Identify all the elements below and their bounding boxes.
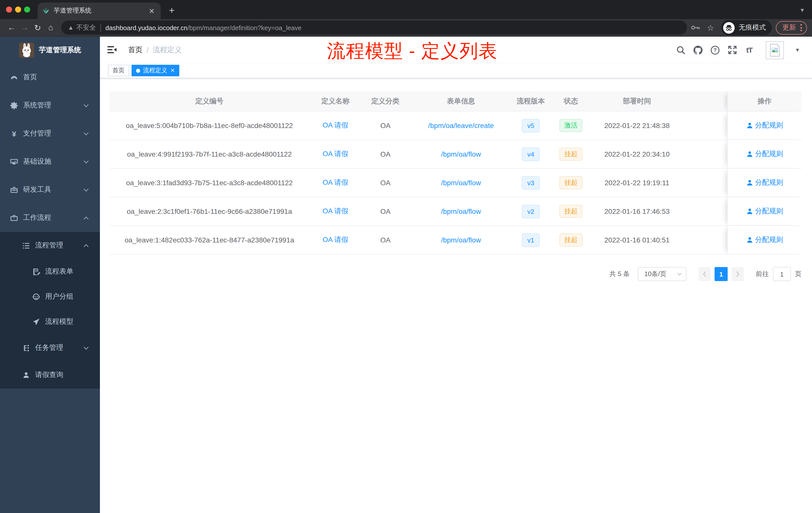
table-cell-form: /bpm/oa/flow	[409, 169, 513, 197]
assign-rule-link[interactable]: 分配规则	[746, 235, 783, 244]
browser-menu-icon[interactable]	[799, 24, 804, 31]
definition-name-link[interactable]: OA 请假	[323, 178, 348, 187]
task-icon	[22, 344, 30, 352]
assign-rule-link[interactable]: 分配规则	[746, 121, 783, 130]
sidebar-item-label-process-management: 流程管理	[35, 241, 63, 250]
form-link[interactable]: /bpm/oa/flow	[441, 207, 481, 215]
table-cell-category: OA	[361, 140, 409, 169]
tag-process-definition[interactable]: 流程定义✕	[132, 65, 179, 76]
sidebar-logo[interactable]: 芋道管理系统	[0, 37, 100, 63]
table-cell-version: v5	[513, 112, 549, 140]
forward-icon[interactable]: →	[18, 23, 31, 32]
new-tab-button[interactable]: +	[166, 4, 178, 17]
version-badge: v1	[522, 233, 540, 247]
back-icon[interactable]: ←	[5, 23, 18, 32]
table-cell-name: OA 请假	[309, 112, 361, 140]
table-cell-form: /bpm/oa/flow	[409, 140, 513, 169]
tag-home[interactable]: 首页	[108, 65, 129, 76]
table-cell-form: /bpm/oa/flow	[409, 197, 513, 226]
user-avatar[interactable]	[766, 41, 784, 59]
main-area: 首页 / 流程定义 ?tT▼ 流程模型 - 定义列表 首页流程定义✕ 定义编号定…	[100, 37, 812, 513]
avatar-dropdown-caret-icon[interactable]: ▼	[795, 47, 800, 53]
search-icon[interactable]	[676, 46, 686, 55]
window-close-button[interactable]	[6, 6, 12, 12]
sidebar-item-dev-tools[interactable]: 研发工具	[0, 176, 100, 204]
sidebar-item-infrastructure[interactable]: 基础设施	[0, 148, 100, 176]
sidebar-item-system-management[interactable]: 系统管理	[0, 91, 100, 119]
pagination: 共 5 条 10条/页 1 前往	[110, 267, 802, 281]
sidebar-item-label-payment-management: 支付管理	[23, 129, 51, 138]
goto-page-input[interactable]	[773, 267, 791, 281]
prev-page-button[interactable]	[698, 267, 710, 281]
svg-text:?: ?	[714, 47, 717, 53]
sidebar-item-process-model[interactable]: 流程模型	[0, 309, 100, 334]
list-icon	[22, 241, 30, 249]
close-icon[interactable]: ✕	[170, 67, 175, 74]
browser-tab-strip: 芋道管理系统 ✕ + ▼	[0, 0, 812, 19]
breadcrumb-separator: /	[147, 46, 149, 54]
home-icon[interactable]: ⌂	[44, 23, 57, 32]
sidebar-item-label-system-management: 系统管理	[23, 101, 51, 110]
star-bookmark-icon[interactable]: ☆	[704, 23, 717, 32]
table-cell-category: OA	[361, 112, 409, 140]
page-number-button[interactable]: 1	[715, 267, 728, 281]
breadcrumb-home[interactable]: 首页	[128, 45, 143, 55]
sidebar-item-leave-query[interactable]: 请假查询	[0, 361, 100, 389]
assign-user-icon	[746, 236, 753, 243]
form-link[interactable]: /bpm/oa/flow	[441, 236, 481, 244]
app-title: 芋道管理系统	[39, 46, 81, 55]
tab-search-chevron-icon[interactable]: ▼	[800, 7, 805, 13]
browser-tab[interactable]: 芋道管理系统 ✕	[38, 2, 161, 19]
sidebar-item-user-group[interactable]: 用户分组	[0, 284, 100, 309]
sidebar-item-workflow[interactable]: 工作流程	[0, 204, 100, 232]
sidebar-item-label-process-form: 流程表单	[45, 267, 73, 276]
table-cell-status: 挂起	[549, 197, 593, 226]
window-zoom-button[interactable]	[24, 6, 30, 12]
table-cell-ops: 分配规则	[727, 112, 802, 140]
definition-name-link[interactable]: OA 请假	[323, 235, 348, 244]
definition-name-link[interactable]: OA 请假	[323, 207, 348, 216]
logo-rabbit-avatar	[19, 42, 34, 58]
form-link[interactable]: /bpm/oa/flow	[441, 150, 481, 158]
sidebar-item-payment-management[interactable]: ¥支付管理	[0, 119, 100, 148]
form-link[interactable]: /bpm/oa/leave/create	[428, 121, 494, 129]
address-bar[interactable]: ▲ 不安全 dashboard.yudao.iocoder.cn/bpm/man…	[61, 21, 687, 35]
sidebar-item-task-management[interactable]: 任务管理	[0, 334, 100, 361]
assign-rule-label: 分配规则	[755, 121, 783, 130]
fullscreen-icon[interactable]	[728, 46, 737, 55]
chevron-down-icon	[83, 188, 89, 191]
update-button[interactable]: 更新	[776, 21, 807, 34]
textsize-icon[interactable]: tT	[745, 46, 754, 55]
window-minimize-button[interactable]	[15, 6, 21, 12]
briefcase-icon	[10, 214, 18, 222]
assign-rule-link[interactable]: 分配规则	[746, 150, 783, 159]
page-size-select[interactable]: 10条/页	[638, 267, 687, 281]
github-icon[interactable]	[694, 46, 702, 55]
column-header-status: 状态	[549, 91, 593, 112]
next-page-button[interactable]	[732, 267, 744, 281]
table-cell-id: oa_leave:1:482ec033-762a-11ec-8477-a2380…	[110, 226, 309, 254]
reload-icon[interactable]: ↻	[31, 23, 44, 32]
question-icon[interactable]: ?	[710, 46, 720, 55]
chevron-down-icon	[83, 160, 89, 163]
sidebar-item-process-management[interactable]: 流程管理	[0, 232, 100, 259]
sidebar-item-label-home: 首页	[23, 73, 37, 82]
table-cell-filler	[681, 169, 727, 197]
table-cell-id: oa_leave:2:3c1f0ef1-76b1-11ec-9c66-a2380…	[110, 197, 309, 226]
tab-close-icon[interactable]: ✕	[147, 7, 156, 15]
sidebar-item-home[interactable]: 首页	[0, 63, 100, 91]
hamburger-icon[interactable]	[107, 45, 117, 55]
sidebar-item-process-form[interactable]: 流程表单	[0, 259, 100, 284]
table-cell-form: /bpm/oa/flow	[409, 226, 513, 254]
table-cell-ops: 分配规则	[727, 140, 802, 169]
assign-rule-link[interactable]: 分配规则	[746, 178, 783, 187]
gear-icon	[10, 101, 18, 110]
key-icon[interactable]	[691, 25, 704, 30]
form-link[interactable]: /bpm/oa/flow	[441, 179, 481, 187]
assign-rule-link[interactable]: 分配规则	[746, 207, 783, 216]
url-divider	[100, 24, 101, 31]
definition-name-link[interactable]: OA 请假	[323, 121, 348, 130]
gauge-icon	[10, 73, 18, 81]
table-cell-ops: 分配规则	[727, 197, 802, 226]
definition-name-link[interactable]: OA 请假	[323, 150, 348, 159]
